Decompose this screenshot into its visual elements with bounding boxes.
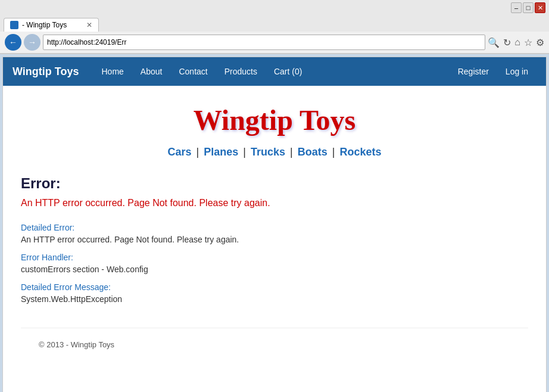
nav-cart[interactable]: Cart (0) [266,57,310,86]
nav-bar: Wingtip Toys Home About Contact Products… [3,57,546,86]
tab-bar: - Wingtip Toys ✕ [0,15,549,32]
sep-4: | [332,146,338,158]
address-icons: 🔍 ↻ ⌂ ☆ ⚙ [488,37,544,48]
detailed-error-value: An HTTP error occurred. Page Not found. … [21,235,528,244]
categories: Cars | Planes | Trucks | Boats | Rockets [21,146,528,158]
tab-favicon [10,21,18,29]
error-heading: Error: [21,175,528,192]
cat-rockets[interactable]: Rockets [339,146,381,158]
browser-chrome: – □ ✕ - Wingtip Toys ✕ ← → 🔍 ↻ ⌂ ☆ ⚙ [0,0,549,54]
detailed-message-value: System.Web.HttpException [21,294,528,304]
close-button[interactable]: ✕ [535,2,545,13]
nav-right: Register Log in [450,67,536,76]
error-handler-label: Error Handler: [21,253,528,262]
detailed-message-label: Detailed Error Message: [21,282,528,292]
minimize-button[interactable]: – [511,2,522,13]
nav-register[interactable]: Register [450,67,497,76]
address-bar: ← → 🔍 ↻ ⌂ ☆ ⚙ [0,32,549,54]
sep-3: | [290,146,296,158]
cat-boats[interactable]: Boats [298,146,327,158]
browser-tab[interactable]: - Wingtip Toys ✕ [4,18,99,32]
url-input[interactable] [43,35,485,50]
search-icon[interactable]: 🔍 [488,37,500,48]
back-button[interactable]: ← [5,34,21,51]
error-section: Error: An HTTP error occurred. Page Not … [21,175,528,304]
error-handler-value: customErrors section - Web.config [21,265,528,274]
sep-2: | [243,146,249,158]
forward-button[interactable]: → [24,34,40,51]
detailed-error-label: Detailed Error: [21,223,528,232]
restore-button[interactable]: □ [523,2,534,13]
nav-login[interactable]: Log in [497,67,536,76]
refresh-icon[interactable]: ↻ [503,37,511,48]
cat-cars[interactable]: Cars [168,146,192,158]
site-title: Wingtip Toys [21,98,528,136]
sep-1: | [196,146,202,158]
tab-close-icon[interactable]: ✕ [86,21,92,29]
footer: © 2013 - Wingtip Toys [21,328,528,361]
nav-about[interactable]: About [132,57,171,86]
nav-contact[interactable]: Contact [170,57,216,86]
home-icon[interactable]: ⌂ [514,37,520,48]
nav-products[interactable]: Products [216,57,266,86]
settings-icon[interactable]: ⚙ [536,37,544,48]
cat-trucks[interactable]: Trucks [251,146,285,158]
footer-text: © 2013 - Wingtip Toys [39,340,114,349]
nav-home[interactable]: Home [93,57,132,86]
nav-links: Home About Contact Products Cart (0) [93,57,311,86]
favorites-icon[interactable]: ☆ [524,37,532,48]
content-area: Wingtip Toys Home About Contact Products… [2,57,547,392]
tab-title: - Wingtip Toys [22,21,67,29]
nav-brand[interactable]: Wingtip Toys [13,66,79,78]
page-content: Wingtip Toys Cars | Planes | Trucks | Bo… [3,86,546,373]
cat-planes[interactable]: Planes [204,146,238,158]
error-message: An HTTP error occurred. Page Not found. … [21,198,528,209]
title-bar: – □ ✕ [0,0,549,15]
